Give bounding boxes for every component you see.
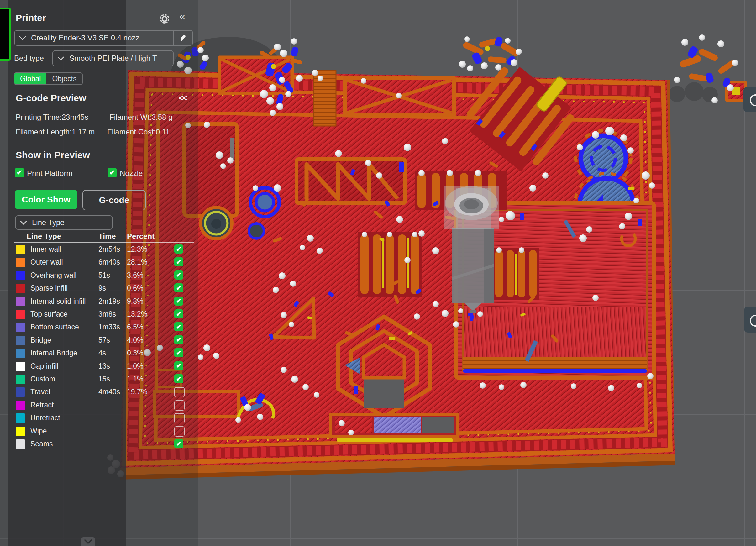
printer-select-value: Creality Ender-3 V3 SE 0.4 nozz [31, 34, 168, 42]
line-type-time: 3m8s [98, 310, 116, 318]
line-type-time: 4s [98, 349, 106, 357]
line-type-checkbox[interactable]: ✔ [174, 283, 183, 292]
color-show-button[interactable]: Color Show [15, 190, 77, 209]
line-type-label: Sparse infill [30, 284, 68, 292]
line-type-row: Sparse infill9s0.6%✔ [0, 284, 201, 297]
line-type-checkbox[interactable] [174, 387, 185, 397]
line-type-checkbox[interactable]: ✔ [174, 257, 183, 266]
line-type-percent: 1.1% [127, 375, 143, 383]
line-type-swatch [16, 439, 25, 449]
line-type-select-value: Line Type [32, 218, 65, 227]
gcode-button[interactable]: G-code [82, 190, 146, 210]
line-type-checkbox[interactable]: ✔ [174, 361, 183, 370]
line-type-swatch [16, 297, 25, 306]
feature-comb-right [493, 248, 539, 300]
line-type-label: Gap infill [30, 362, 58, 370]
line-type-time: 9s [98, 284, 106, 292]
line-type-time: 51s [98, 271, 110, 280]
nozzle-label: Nozzle [120, 169, 143, 178]
chevron-down-icon [84, 539, 92, 545]
line-type-percent: 6.5% [127, 323, 143, 331]
feature-zigzag-box [297, 159, 405, 203]
line-type-percent: 3.6% [127, 271, 143, 280]
line-type-time: 15s [98, 375, 110, 383]
line-type-checkbox[interactable] [174, 426, 185, 437]
line-type-checkbox[interactable] [174, 400, 185, 411]
collapse-preview-icon[interactable]: << [179, 93, 187, 103]
edit-printer-button[interactable] [173, 31, 192, 45]
line-type-checkbox[interactable]: ✔ [174, 335, 183, 344]
line-type-swatch [16, 245, 25, 254]
line-type-select[interactable]: Line Type [15, 215, 113, 230]
gauge-icon [750, 315, 756, 327]
right-tool-tab-speed[interactable] [744, 307, 756, 333]
stat-filament-length: Filament Length:1.17 m [16, 128, 95, 136]
column-header-time: Time [98, 232, 116, 241]
line-type-row: Custom15s1.1%✔ [0, 375, 201, 387]
line-type-row: Internal Bridge4s0.3%✔ [0, 349, 201, 361]
line-type-checkbox[interactable] [174, 413, 185, 423]
feature-eye [201, 207, 232, 239]
line-type-label: Retract [30, 401, 54, 409]
gcode-preview-title: G-code Preview [16, 93, 86, 103]
line-type-row: Travel4m40s19.7% [0, 387, 201, 400]
line-type-row: Outer wall6m40s28.1%✔ [0, 258, 201, 270]
line-type-label: Travel [30, 388, 50, 396]
show-in-preview-title: Show in Preview [16, 150, 90, 160]
line-type-label: Overhang wall [30, 271, 76, 280]
stat-filament-cost: Filament Cost:0.11 [107, 128, 170, 136]
line-type-label: Internal Bridge [30, 349, 77, 357]
nozzle-checkbox[interactable]: ✔ [108, 168, 117, 177]
line-type-checkbox[interactable]: ✔ [174, 297, 183, 306]
line-type-percent: 9.8% [127, 297, 143, 306]
tab-objects[interactable]: Objects [46, 73, 82, 84]
line-type-label: Bridge [30, 336, 51, 344]
collapse-panel-icon[interactable]: « [179, 10, 185, 22]
line-type-swatch [16, 413, 25, 423]
line-type-time: 1m33s [98, 323, 120, 331]
chevron-down-icon [19, 36, 26, 40]
line-type-checkbox[interactable]: ✔ [174, 309, 183, 318]
line-type-row: Bottom surface1m33s6.5%✔ [0, 323, 201, 335]
line-type-label: Internal solid infill [30, 297, 86, 306]
line-type-percent: 19.7% [127, 388, 147, 396]
line-type-time: 2m54s [98, 245, 120, 254]
bed-type-value: Smooth PEI Plate / High T [69, 54, 170, 63]
printer-select[interactable]: Creality Ender-3 V3 SE 0.4 nozz [14, 30, 193, 46]
divider [16, 143, 187, 143]
line-type-time: 13s [98, 362, 110, 370]
line-type-row: Wipe [0, 427, 201, 439]
sidebar-collapse-button[interactable] [81, 537, 95, 546]
line-type-label: Inner wall [30, 245, 61, 254]
line-type-checkbox[interactable]: ✔ [174, 270, 183, 280]
right-tool-tab-filament[interactable] [743, 87, 756, 112]
line-type-checkbox[interactable]: ✔ [174, 374, 183, 383]
line-type-swatch [16, 387, 25, 397]
nozzle [444, 186, 499, 317]
line-type-swatch [16, 375, 25, 384]
chevron-down-icon [20, 221, 27, 225]
bed-type-select[interactable]: Smooth PEI Plate / High T [52, 50, 174, 66]
bed-type-label: Bed type [14, 54, 44, 63]
gear-icon[interactable] [158, 13, 171, 26]
print-platform-checkbox[interactable]: ✔ [15, 168, 24, 177]
divider [14, 242, 194, 243]
line-type-label: Outer wall [30, 258, 63, 266]
line-type-checkbox[interactable]: ✔ [174, 439, 183, 448]
line-type-percent: 13.2% [127, 310, 147, 318]
feature-tower [313, 71, 336, 126]
print-platform-label: Print Platform [27, 169, 72, 178]
column-header-percent: Percent [127, 232, 155, 241]
pencil-icon [179, 34, 187, 42]
line-type-checkbox[interactable]: ✔ [174, 244, 183, 254]
line-type-label: Seams [30, 440, 53, 448]
line-type-checkbox[interactable]: ✔ [174, 322, 183, 331]
line-type-label: Custom [30, 375, 55, 383]
line-type-time: 57s [98, 336, 110, 344]
line-type-swatch [16, 284, 25, 293]
line-type-checkbox[interactable]: ✔ [174, 348, 183, 357]
filament-slot[interactable] [0, 8, 11, 61]
stat-filament-weight: Filament Wt:3.58 g [109, 113, 172, 122]
line-type-swatch [16, 427, 25, 436]
tab-global[interactable]: Global [14, 73, 46, 84]
